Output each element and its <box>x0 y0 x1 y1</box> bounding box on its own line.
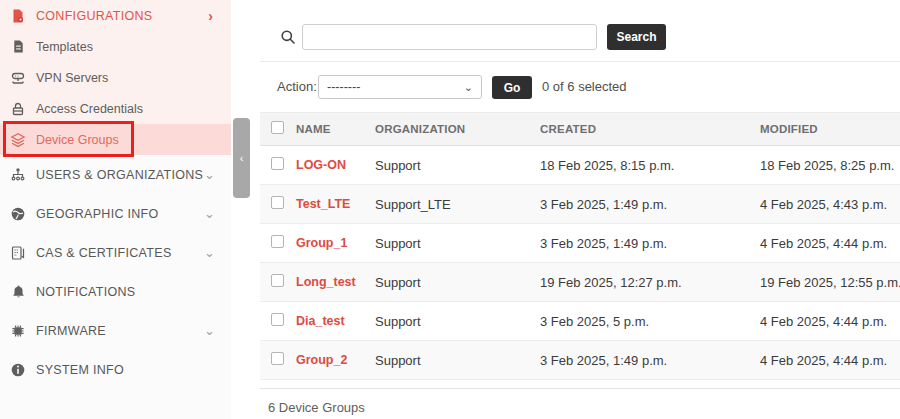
chevron-down-icon: ⌄ <box>204 324 215 337</box>
chevron-down-icon: ⌄ <box>464 81 473 94</box>
created-cell: 18 Feb 2025, 8:15 p.m. <box>540 158 760 173</box>
vpn-servers-icon <box>10 70 26 86</box>
action-select[interactable]: -------- ⌄ <box>318 75 482 99</box>
modified-cell: 4 Feb 2025, 4:43 p.m. <box>760 197 900 212</box>
created-cell: 3 Feb 2025, 1:49 p.m. <box>540 236 760 251</box>
modified-cell: 18 Feb 2025, 8:25 p.m. <box>760 158 900 173</box>
device-group-name-link[interactable]: Test_LTE <box>296 197 375 211</box>
modified-cell: 4 Feb 2025, 4:44 p.m. <box>760 353 900 368</box>
sidebar-item-label: NOTIFICATIONS <box>36 285 136 299</box>
users-organizations-icon <box>10 167 26 183</box>
firmware-icon <box>10 323 26 339</box>
sidebar-item-label: SYSTEM INFO <box>36 363 124 377</box>
chevron-down-icon: ⌄ <box>204 207 215 220</box>
created-cell: 3 Feb 2025, 5 p.m. <box>540 314 760 329</box>
modified-cell: 19 Feb 2025, 12:55 p.m. <box>760 275 900 290</box>
table-footer: 6 Device Groups <box>260 388 900 416</box>
modified-cell: 4 Feb 2025, 4:44 p.m. <box>760 314 900 329</box>
table-header-row: NAME ORGANIZATION CREATED MODIFIED <box>260 112 900 146</box>
sidebar-section-configurations: CONFIGURATIONS › Templates VPN Servers A… <box>0 0 231 155</box>
sidebar-item-cas-certificates[interactable]: CAS & CERTIFICATES ⌄ <box>0 233 231 272</box>
created-cell: 19 Feb 2025, 12:27 p.m. <box>540 275 760 290</box>
row-checkbox[interactable] <box>271 274 284 287</box>
search-icon <box>280 29 296 45</box>
sidebar-item-system-info[interactable]: SYSTEM INFO <box>0 350 231 389</box>
sidebar-item-geographic-info[interactable]: GEOGRAPHIC INFO ⌄ <box>0 194 231 233</box>
column-header-name: NAME <box>296 123 375 135</box>
organization-cell: Support <box>375 275 540 290</box>
table-row: Group_1 Support 3 Feb 2025, 1:49 p.m. 4 … <box>260 224 900 263</box>
chevron-right-icon: › <box>208 9 213 23</box>
sidebar-section-lower: USERS & ORGANIZATIONS ⌄ GEOGRAPHIC INFO … <box>0 155 231 389</box>
system-info-icon <box>10 362 26 378</box>
column-header-modified: MODIFIED <box>760 123 900 135</box>
search-bar: Search <box>260 0 900 62</box>
sidebar-item-label: Templates <box>36 40 93 54</box>
action-select-value: -------- <box>327 80 360 94</box>
organization-cell: Support <box>375 158 540 173</box>
action-bar: Action: -------- ⌄ Go 0 of 6 selected <box>260 62 900 112</box>
select-all-checkbox[interactable] <box>271 121 284 134</box>
row-checkbox[interactable] <box>271 235 284 248</box>
row-checkbox[interactable] <box>271 157 284 170</box>
geographic-info-icon <box>10 206 26 222</box>
chevron-down-icon: ⌄ <box>204 168 215 181</box>
sidebar-item-label: Access Credentials <box>36 102 143 116</box>
sidebar-item-vpn-servers[interactable]: VPN Servers <box>0 62 231 93</box>
table-row: Test_LTE Support_LTE 3 Feb 2025, 1:49 p.… <box>260 185 900 224</box>
column-header-organization: ORGANIZATION <box>375 123 540 135</box>
organization-cell: Support <box>375 353 540 368</box>
device-group-name-link[interactable]: Long_test <box>296 275 375 289</box>
sidebar-item-notifications[interactable]: NOTIFICATIONS <box>0 272 231 311</box>
chevron-down-icon: ⌄ <box>204 246 215 259</box>
organization-cell: Support_LTE <box>375 197 540 212</box>
created-cell: 3 Feb 2025, 1:49 p.m. <box>540 353 760 368</box>
sidebar-item-label: USERS & ORGANIZATIONS <box>36 168 203 182</box>
device-group-name-link[interactable]: LOG-ON <box>296 158 375 172</box>
selection-status: 0 of 6 selected <box>542 79 627 94</box>
table-row: Long_test Support 19 Feb 2025, 12:27 p.m… <box>260 263 900 302</box>
chevron-left-icon: ‹ <box>240 152 244 164</box>
organization-cell: Support <box>375 236 540 251</box>
device-groups-icon <box>10 132 26 148</box>
sidebar-item-label: VPN Servers <box>36 71 108 85</box>
sidebar-item-label: CONFIGURATIONS <box>36 9 152 23</box>
action-label: Action: <box>277 79 317 94</box>
sidebar-item-device-groups[interactable]: Device Groups <box>0 124 231 155</box>
device-groups-count: 6 Device Groups <box>268 400 365 415</box>
sidebar-collapse-handle[interactable]: ‹ <box>233 118 250 198</box>
row-checkbox[interactable] <box>271 313 284 326</box>
organization-cell: Support <box>375 314 540 329</box>
device-group-name-link[interactable]: Group_1 <box>296 236 375 250</box>
cas-certificates-icon <box>10 245 26 261</box>
main-content: Search Action: -------- ⌄ Go 0 of 6 sele… <box>260 0 900 419</box>
templates-icon <box>10 39 26 55</box>
access-credentials-icon <box>10 101 26 117</box>
table-row: Group_2 Support 3 Feb 2025, 1:49 p.m. 4 … <box>260 341 900 380</box>
device-group-name-link[interactable]: Group_2 <box>296 353 375 367</box>
sidebar-item-label: Device Groups <box>36 133 119 147</box>
table-row: LOG-ON Support 18 Feb 2025, 8:15 p.m. 18… <box>260 146 900 185</box>
configurations-icon <box>10 8 26 24</box>
created-cell: 3 Feb 2025, 1:49 p.m. <box>540 197 760 212</box>
search-button[interactable]: Search <box>607 24 666 50</box>
sidebar-item-label: CAS & CERTIFICATES <box>36 246 172 260</box>
sidebar-item-templates[interactable]: Templates <box>0 31 231 62</box>
sidebar: CONFIGURATIONS › Templates VPN Servers A… <box>0 0 231 419</box>
go-button[interactable]: Go <box>492 76 532 99</box>
sidebar-item-configurations[interactable]: CONFIGURATIONS › <box>0 0 231 31</box>
notifications-icon <box>10 284 26 300</box>
column-header-created: CREATED <box>540 123 760 135</box>
sidebar-item-access-credentials[interactable]: Access Credentials <box>0 93 231 124</box>
row-checkbox[interactable] <box>271 352 284 365</box>
modified-cell: 4 Feb 2025, 4:44 p.m. <box>760 236 900 251</box>
row-checkbox[interactable] <box>271 196 284 209</box>
sidebar-item-users-organizations[interactable]: USERS & ORGANIZATIONS ⌄ <box>0 155 231 194</box>
device-group-name-link[interactable]: Dia_test <box>296 314 375 328</box>
table-row: Dia_test Support 3 Feb 2025, 5 p.m. 4 Fe… <box>260 302 900 341</box>
search-input[interactable] <box>302 24 597 50</box>
sidebar-item-firmware[interactable]: FIRMWARE ⌄ <box>0 311 231 350</box>
sidebar-item-label: GEOGRAPHIC INFO <box>36 207 159 221</box>
sidebar-item-label: FIRMWARE <box>36 324 106 338</box>
